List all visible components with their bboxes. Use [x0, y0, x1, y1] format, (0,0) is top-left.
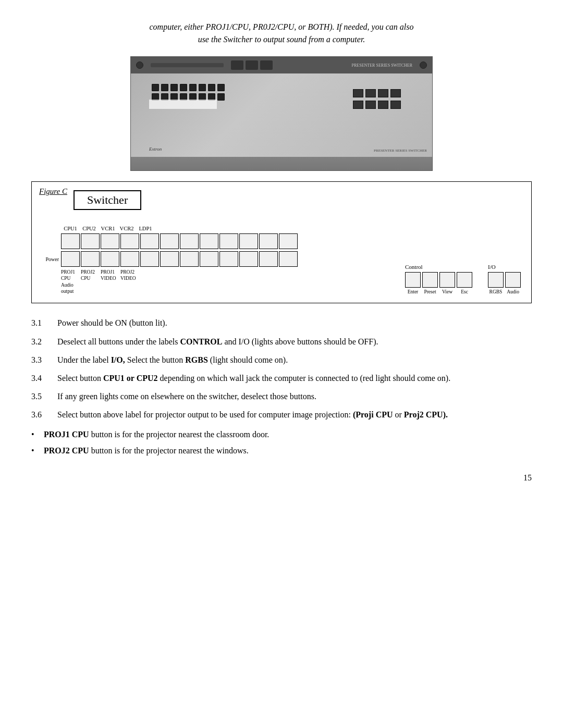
- matrix-btn-r1c9[interactable]: [219, 233, 238, 249]
- right-section: Control Enter Preset View Esc: [395, 264, 521, 294]
- btn-rgbs[interactable]: [488, 272, 504, 288]
- bullet-sym-1: •: [31, 427, 40, 441]
- matrix-btn-r1c1[interactable]: [61, 233, 80, 249]
- io-btn-labels: RGBS Audio: [488, 289, 521, 294]
- bullet-text-2: PROJ2 CPU button is for the projector ne…: [44, 443, 249, 458]
- io-group: I/O RGBS Audio: [488, 264, 521, 294]
- power-label: Power: [42, 256, 61, 262]
- instruction-3-4: 3.4 Select button CPU1 or CPU2 depending…: [31, 371, 532, 385]
- matrix-btn-r1c10[interactable]: [239, 233, 258, 249]
- num-3-3: 3.3: [31, 353, 52, 367]
- matrix-btn-r1c7[interactable]: [180, 233, 199, 249]
- matrix-btn-r1c11[interactable]: [259, 233, 278, 249]
- instruction-3-6: 3.6 Select button above label for projec…: [31, 408, 532, 422]
- num-3-4: 3.4: [31, 371, 52, 385]
- hw-label-strip: [149, 100, 217, 109]
- text-3-1: Power should be ON (button lit).: [57, 316, 532, 330]
- label-view: View: [439, 289, 455, 294]
- left-section: CPU1 CPU2 VCR1 VCR2 LDP1: [42, 226, 395, 294]
- text-3-3: Under the label I/O, Select the button R…: [57, 353, 532, 367]
- matrix-btn-r1c2[interactable]: [81, 233, 100, 249]
- hw-button-grid: [152, 84, 225, 101]
- instruction-3-2: 3.2 Deselect all buttons under the label…: [31, 335, 532, 349]
- matrix-btn-r2c3[interactable]: [101, 251, 119, 267]
- input-labels: CPU1 CPU2 VCR1 VCR2 LDP1: [42, 226, 395, 231]
- text-3-5: If any green lights come on elsewhere on…: [57, 389, 532, 403]
- num-3-6: 3.6: [31, 408, 52, 422]
- hardware-photo: PRESENTER SERIES SWITCHER: [31, 56, 532, 173]
- matrix-btn-r2c7[interactable]: [180, 251, 199, 267]
- io-title: I/O: [488, 264, 496, 270]
- label-ldp1: LDP1: [136, 226, 155, 231]
- label-vcr1: VCR1: [99, 226, 117, 231]
- button-row-1: [42, 233, 395, 249]
- control-buttons-row: [405, 272, 472, 288]
- text-3-4: Select button CPU1 or CPU2 depending on …: [57, 371, 532, 385]
- figure-c-box: Figure C Switcher CPU1 CPU2 VCR1 VCR2 LD…: [31, 181, 532, 303]
- label-audio: Audio: [505, 289, 521, 294]
- io-buttons-row: [488, 272, 521, 288]
- output-labels: PROJ1 CPU Audio output PROJ2 CPU PROJ1 V…: [42, 269, 395, 294]
- label-cpu2: CPU2: [80, 226, 99, 231]
- label-cpu1: CPU1: [61, 226, 80, 231]
- btn-view[interactable]: [439, 272, 455, 288]
- hw-right-panel: [353, 89, 401, 109]
- output-proj2-video: PROJ2 VIDEO: [120, 269, 139, 294]
- btn-esc[interactable]: [457, 272, 472, 288]
- matrix-btn-r2c11[interactable]: [259, 251, 278, 267]
- hw-knob-2: [420, 61, 427, 69]
- figure-label: Figure C: [39, 187, 67, 196]
- matrix-btn-r1c4[interactable]: [120, 233, 139, 249]
- output-proj2-cpu: PROJ2 CPU: [81, 269, 100, 294]
- label-enter: Enter: [405, 289, 421, 294]
- label-preset: Preset: [422, 289, 438, 294]
- control-io-area: Control Enter Preset View Esc: [405, 264, 521, 294]
- switcher-photo: PRESENTER SERIES SWITCHER: [130, 56, 433, 171]
- label-esc: Esc: [457, 289, 472, 294]
- bullet-sym-2: •: [31, 443, 40, 458]
- matrix-btn-r2c2[interactable]: [81, 251, 100, 267]
- text-3-6: Select button above label for projector …: [57, 408, 532, 422]
- label-vcr2: VCR2: [117, 226, 136, 231]
- text-3-2: Deselect all buttons under the labels CO…: [57, 335, 532, 349]
- matrix-btn-r2c5[interactable]: [140, 251, 159, 267]
- extron-label: Extron: [149, 146, 162, 152]
- num-3-1: 3.1: [31, 316, 52, 330]
- bullet-1: • PROJ1 CPU button is for the projector …: [31, 427, 532, 441]
- page-number: 15: [31, 473, 532, 483]
- button-row-2: Power: [42, 251, 395, 267]
- instruction-3-1: 3.1 Power should be ON (button lit).: [31, 316, 532, 330]
- matrix-btn-r1c5[interactable]: [140, 233, 159, 249]
- matrix-btn-r2c4[interactable]: [120, 251, 139, 267]
- matrix-btn-r1c6[interactable]: [160, 233, 179, 249]
- matrix-btn-r2c12[interactable]: [279, 251, 298, 267]
- matrix-btn-r1c12[interactable]: [279, 233, 298, 249]
- btn-audio[interactable]: [505, 272, 521, 288]
- switcher-title: Switcher: [74, 190, 141, 210]
- matrix-btn-r2c1[interactable]: [61, 251, 80, 267]
- num-3-2: 3.2: [31, 335, 52, 349]
- button-matrix: Power: [42, 233, 395, 267]
- control-title: Control: [405, 264, 423, 270]
- control-group: Control Enter Preset View Esc: [405, 264, 472, 294]
- instruction-3-5: 3.5 If any green lights come on elsewher…: [31, 389, 532, 403]
- matrix-btn-r2c10[interactable]: [239, 251, 258, 267]
- control-btn-labels: Enter Preset View Esc: [405, 289, 472, 294]
- btn-enter[interactable]: [405, 272, 421, 288]
- bullet-text-1: PROJ1 CPU button is for the projector ne…: [44, 427, 269, 441]
- output-proj1-video: PROJ1 VIDEO: [101, 269, 119, 294]
- matrix-btn-r1c3[interactable]: [101, 233, 119, 249]
- matrix-btn-r2c8[interactable]: [200, 251, 218, 267]
- output-proj1-cpu: PROJ1 CPU Audio output: [61, 269, 80, 294]
- matrix-btn-r2c6[interactable]: [160, 251, 179, 267]
- hw-knob-1: [136, 61, 143, 69]
- bullet-2: • PROJ2 CPU button is for the projector …: [31, 443, 532, 458]
- intro-text: computer, either PROJ1/CPU, PR0J2/CPU, o…: [31, 21, 532, 46]
- btn-preset[interactable]: [422, 272, 438, 288]
- instruction-3-3: 3.3 Under the label I/O, Select the butt…: [31, 353, 532, 367]
- diagram-area: CPU1 CPU2 VCR1 VCR2 LDP1: [42, 220, 521, 294]
- matrix-btn-r2c9[interactable]: [219, 251, 238, 267]
- label-rgbs: RGBS: [488, 289, 504, 294]
- instructions: 3.1 Power should be ON (button lit). 3.2…: [31, 316, 532, 458]
- matrix-btn-r1c8[interactable]: [200, 233, 218, 249]
